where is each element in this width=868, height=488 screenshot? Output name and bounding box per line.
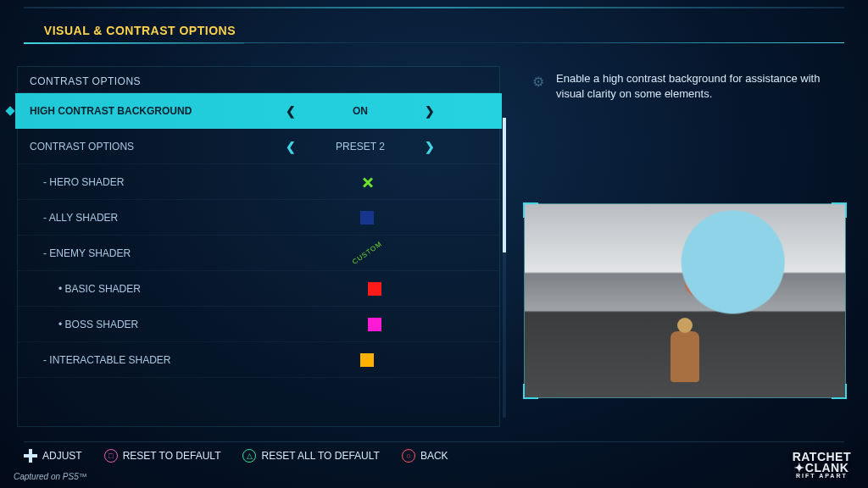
option-interactable-shader[interactable]: INTERACTABLE SHADER — [18, 342, 499, 378]
chevron-left-icon[interactable]: ❮ — [286, 140, 296, 153]
square-button-icon: □ — [104, 449, 118, 463]
chevron-left-icon[interactable]: ❮ — [286, 104, 296, 118]
header-accent-line — [24, 7, 844, 8]
hint-back: ○ BACK — [402, 449, 448, 463]
option-high-contrast-background[interactable]: HIGH CONTRAST BACKGROUND ❮ ON ❯ — [15, 93, 502, 129]
circle-button-icon: ○ — [402, 449, 415, 463]
option-basic-shader[interactable]: BASIC SHADER — [18, 271, 499, 307]
frame-corner-icon — [523, 202, 538, 218]
captured-caption: Captured on PS5™ — [14, 472, 87, 481]
frame-corner-icon — [523, 384, 538, 399]
frame-corner-icon — [832, 202, 847, 218]
option-hero-shader[interactable]: HERO SHADER — [18, 164, 499, 200]
chevron-right-icon[interactable]: ❯ — [425, 140, 435, 153]
page-title-bar: VISUAL & CONTRAST OPTIONS — [24, 20, 244, 44]
hint-label: ADJUST — [42, 450, 82, 462]
chevron-right-icon[interactable]: ❯ — [425, 104, 435, 118]
logo-subtitle: RIFT APART — [793, 474, 851, 480]
dpad-icon — [24, 449, 37, 463]
page-title: VISUAL & CONTRAST OPTIONS — [41, 20, 244, 42]
custom-tag: CUSTOM — [351, 240, 383, 266]
gear-icon — [532, 73, 548, 88]
hint-adjust: ADJUST — [24, 449, 82, 463]
hint-label: RESET ALL TO DEFAULT — [261, 450, 379, 462]
hint-label: RESET TO DEFAULT — [123, 450, 221, 462]
disabled-x-icon — [360, 175, 374, 189]
option-description: Enable a high contrast background for as… — [532, 71, 844, 102]
color-swatch — [360, 211, 374, 225]
footer-hints: ADJUST □ RESET TO DEFAULT △ RESET ALL TO… — [24, 441, 844, 463]
option-value: ON — [326, 105, 394, 117]
section-header: CONTRAST OPTIONS — [18, 67, 499, 93]
description-text: Enable a high contrast background for as… — [556, 71, 844, 102]
option-label: HERO SHADER — [43, 176, 247, 188]
option-value: PRESET 2 — [326, 141, 394, 152]
preview-character — [670, 331, 699, 382]
option-label: BASIC SHADER — [58, 283, 262, 295]
option-contrast-options[interactable]: CONTRAST OPTIONS ❮ PRESET 2 ❯ — [18, 129, 499, 164]
option-label: BOSS SHADER — [58, 319, 262, 330]
frame-corner-icon — [832, 384, 847, 399]
option-ally-shader[interactable]: ALLY SHADER — [18, 200, 499, 236]
option-label: ENEMY SHADER — [43, 247, 247, 259]
hint-reset-all: △ RESET ALL TO DEFAULT — [242, 449, 379, 463]
scrollbar-thumb[interactable] — [503, 118, 506, 252]
header-divider — [24, 42, 844, 43]
preview-image — [524, 203, 846, 398]
color-swatch — [360, 353, 374, 367]
option-label: INTERACTABLE SHADER — [43, 354, 247, 366]
hint-reset: □ RESET TO DEFAULT — [104, 449, 221, 463]
option-boss-shader[interactable]: BOSS SHADER — [18, 307, 499, 342]
option-label: ALLY SHADER — [43, 212, 247, 224]
option-label: HIGH CONTRAST BACKGROUND — [30, 105, 233, 117]
scrollbar[interactable] — [503, 118, 506, 418]
option-enemy-shader[interactable]: ENEMY SHADER CUSTOM — [18, 236, 499, 271]
color-swatch — [368, 282, 381, 296]
triangle-button-icon: △ — [242, 449, 256, 463]
options-list-panel: CONTRAST OPTIONS HIGH CONTRAST BACKGROUN… — [17, 66, 500, 427]
game-logo: RATCHET ✦CLANK RIFT APART — [793, 452, 851, 480]
option-label: CONTRAST OPTIONS — [30, 141, 233, 152]
hint-label: BACK — [420, 450, 448, 462]
selection-marker-icon — [5, 106, 14, 115]
color-swatch — [368, 318, 381, 331]
